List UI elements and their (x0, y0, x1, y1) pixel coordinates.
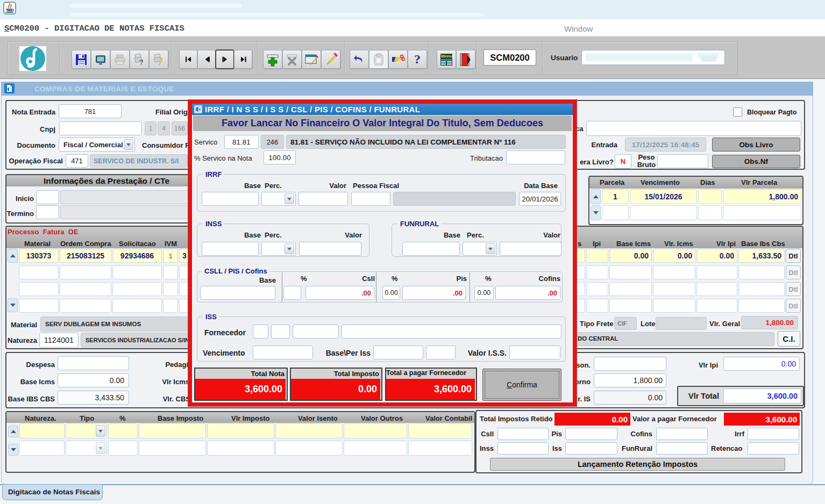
svg-text:Menu: Menu (441, 54, 452, 59)
svg-text:?: ? (139, 58, 144, 66)
